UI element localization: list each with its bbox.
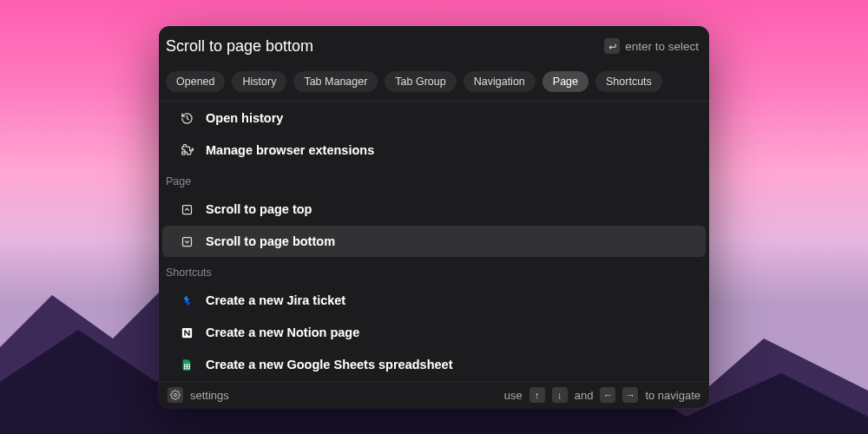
list-item[interactable]: Create a new Google Sheets spreadsheet [162,349,706,380]
list-item-label: Manage browser extensions [206,143,374,157]
list-item-label: Create a new Notion page [206,326,359,339]
arrow-down-key-icon: ↓ [552,387,568,403]
notion-icon [180,326,194,339]
filter-chip-navigation[interactable]: Navigation [464,71,536,92]
footer-use-label: use [504,389,523,402]
svg-rect-1 [182,237,191,246]
list-item[interactable]: Create a new Jira ticket [162,285,706,316]
arrow-up-key-icon: ↑ [529,387,545,403]
extension-icon [180,143,194,157]
footer-navigate-label: to navigate [645,389,700,402]
list-item-label: Open history [206,111,283,125]
settings-link[interactable]: settings [190,389,229,402]
filter-chip-history[interactable]: History [232,71,286,92]
arrow-left-key-icon: ← [600,387,615,403]
filter-chip-tab-manager[interactable]: Tab Manager [293,71,378,92]
filter-chip-opened[interactable]: Opened [166,71,225,92]
list-item-label: Scroll to page top [206,202,312,216]
sheets-icon [180,358,194,372]
filter-chips: OpenedHistoryTab ManagerTab GroupNavigat… [159,66,709,102]
enter-hint: enter to select [604,38,699,54]
svg-point-4 [174,394,177,397]
command-palette: enter to select OpenedHistoryTab Manager… [159,26,709,408]
list-item-label: Scroll to page bottom [206,234,335,248]
scroll-top-icon [180,202,194,216]
list-item[interactable]: Create a new Notion page [162,317,706,348]
enter-hint-label: enter to select [625,40,699,53]
history-icon [180,111,194,125]
list-item[interactable]: Scroll to page bottom [162,226,706,257]
search-input[interactable] [166,34,604,59]
footer-bar: settings use ↑ ↓ and ← → to navigate [159,381,709,408]
arrow-right-key-icon: → [622,387,638,403]
list-item-label: Create a new Jira ticket [206,293,345,307]
scroll-bottom-icon [180,234,194,248]
jira-icon [180,293,194,307]
section-header-page: Page [159,167,709,193]
list-item[interactable]: Scroll to page top [162,194,706,225]
search-row: enter to select [159,26,709,66]
filter-chip-tab-group[interactable]: Tab Group [385,71,456,92]
filter-chip-page[interactable]: Page [542,71,589,92]
section-header-shortcuts: Shortcuts [159,258,709,284]
list-item[interactable]: Manage browser extensions [162,135,706,166]
list-item[interactable]: Open history [162,102,706,134]
gear-icon[interactable] [168,387,183,403]
list-item-label: Create a new Google Sheets spreadsheet [206,358,452,372]
filter-chip-shortcuts[interactable]: Shortcuts [595,71,662,92]
enter-key-icon [604,38,620,54]
footer-and-label: and [575,389,594,402]
svg-rect-0 [182,205,191,214]
results-list[interactable]: Open historyManage browser extensionsPag… [159,102,709,381]
